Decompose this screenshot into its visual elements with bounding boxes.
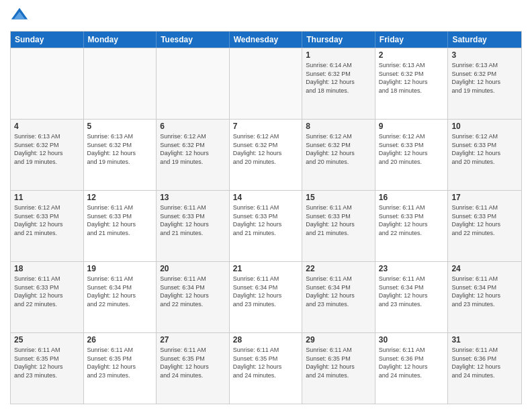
day-info: Sunrise: 6:11 AM Sunset: 6:34 PM Dayligh…: [451, 275, 518, 308]
calendar-cell: 21Sunrise: 6:11 AM Sunset: 6:34 PM Dayli…: [230, 262, 303, 332]
weekday-header-tuesday: Tuesday: [157, 32, 230, 48]
day-number: 14: [233, 193, 299, 202]
day-info: Sunrise: 6:12 AM Sunset: 6:32 PM Dayligh…: [306, 132, 371, 166]
day-info: Sunrise: 6:12 AM Sunset: 6:32 PM Dayligh…: [233, 132, 299, 166]
day-number: 20: [160, 264, 226, 273]
day-info: Sunrise: 6:11 AM Sunset: 6:35 PM Dayligh…: [306, 346, 371, 379]
day-info: Sunrise: 6:14 AM Sunset: 6:32 PM Dayligh…: [306, 61, 371, 95]
calendar-row-2: 11Sunrise: 6:12 AM Sunset: 6:33 PM Dayli…: [11, 190, 521, 261]
day-info: Sunrise: 6:13 AM Sunset: 6:32 PM Dayligh…: [379, 61, 445, 95]
day-info: Sunrise: 6:11 AM Sunset: 6:36 PM Dayligh…: [379, 346, 445, 379]
calendar-cell: 29Sunrise: 6:11 AM Sunset: 6:35 PM Dayli…: [302, 333, 375, 404]
day-number: 15: [306, 193, 371, 202]
calendar-cell: 7Sunrise: 6:12 AM Sunset: 6:32 PM Daylig…: [230, 120, 303, 190]
day-number: 3: [451, 50, 518, 60]
day-info: Sunrise: 6:11 AM Sunset: 6:36 PM Dayligh…: [451, 346, 518, 379]
day-number: 5: [87, 122, 153, 131]
day-number: 11: [14, 193, 80, 202]
day-info: Sunrise: 6:11 AM Sunset: 6:35 PM Dayligh…: [14, 346, 80, 379]
calendar-cell: 18Sunrise: 6:11 AM Sunset: 6:33 PM Dayli…: [11, 262, 84, 332]
weekday-header-wednesday: Wednesday: [230, 32, 303, 48]
calendar-cell: 30Sunrise: 6:11 AM Sunset: 6:36 PM Dayli…: [375, 333, 449, 404]
calendar-cell: 27Sunrise: 6:11 AM Sunset: 6:35 PM Dayli…: [157, 333, 230, 404]
calendar-cell: 3Sunrise: 6:13 AM Sunset: 6:32 PM Daylig…: [448, 48, 521, 119]
day-info: Sunrise: 6:11 AM Sunset: 6:33 PM Dayligh…: [306, 203, 371, 237]
day-number: 27: [160, 335, 226, 345]
day-number: 1: [306, 50, 371, 60]
day-info: Sunrise: 6:12 AM Sunset: 6:33 PM Dayligh…: [14, 203, 80, 237]
header: [10, 7, 522, 26]
logo-icon: [10, 7, 29, 26]
day-info: Sunrise: 6:11 AM Sunset: 6:34 PM Dayligh…: [379, 275, 445, 308]
day-info: Sunrise: 6:13 AM Sunset: 6:32 PM Dayligh…: [451, 61, 518, 95]
calendar-cell: 14Sunrise: 6:11 AM Sunset: 6:33 PM Dayli…: [230, 191, 303, 261]
weekday-header-friday: Friday: [375, 32, 449, 48]
calendar-cell: 17Sunrise: 6:11 AM Sunset: 6:33 PM Dayli…: [448, 191, 521, 261]
day-number: 21: [233, 264, 299, 273]
day-number: 16: [379, 193, 445, 202]
day-info: Sunrise: 6:11 AM Sunset: 6:33 PM Dayligh…: [233, 203, 299, 237]
calendar-cell: 2Sunrise: 6:13 AM Sunset: 6:32 PM Daylig…: [375, 48, 449, 119]
day-number: 18: [14, 264, 80, 273]
calendar-cell: 4Sunrise: 6:13 AM Sunset: 6:32 PM Daylig…: [11, 120, 84, 190]
calendar-cell: 28Sunrise: 6:11 AM Sunset: 6:35 PM Dayli…: [230, 333, 303, 404]
weekday-header-monday: Monday: [84, 32, 157, 48]
calendar-cell: [230, 48, 303, 119]
day-info: Sunrise: 6:11 AM Sunset: 6:35 PM Dayligh…: [87, 346, 153, 379]
day-number: 25: [14, 335, 80, 345]
calendar-cell: 6Sunrise: 6:12 AM Sunset: 6:32 PM Daylig…: [157, 120, 230, 190]
day-number: 13: [160, 193, 226, 202]
calendar-body: 1Sunrise: 6:14 AM Sunset: 6:32 PM Daylig…: [11, 48, 521, 404]
calendar: SundayMondayTuesdayWednesdayThursdayFrid…: [10, 31, 522, 404]
day-info: Sunrise: 6:12 AM Sunset: 6:33 PM Dayligh…: [451, 132, 518, 166]
day-info: Sunrise: 6:11 AM Sunset: 6:35 PM Dayligh…: [160, 346, 226, 379]
day-info: Sunrise: 6:11 AM Sunset: 6:33 PM Dayligh…: [451, 203, 518, 237]
day-number: 22: [306, 264, 371, 273]
weekday-header-sunday: Sunday: [11, 32, 84, 48]
calendar-cell: 23Sunrise: 6:11 AM Sunset: 6:34 PM Dayli…: [375, 262, 449, 332]
day-info: Sunrise: 6:11 AM Sunset: 6:34 PM Dayligh…: [233, 275, 299, 308]
calendar-cell: 31Sunrise: 6:11 AM Sunset: 6:36 PM Dayli…: [448, 333, 521, 404]
day-number: 6: [160, 122, 226, 131]
calendar-cell: 22Sunrise: 6:11 AM Sunset: 6:34 PM Dayli…: [302, 262, 375, 332]
day-number: 10: [451, 122, 518, 131]
day-info: Sunrise: 6:11 AM Sunset: 6:34 PM Dayligh…: [87, 275, 153, 308]
calendar-cell: 15Sunrise: 6:11 AM Sunset: 6:33 PM Dayli…: [302, 191, 375, 261]
calendar-cell: 25Sunrise: 6:11 AM Sunset: 6:35 PM Dayli…: [11, 333, 84, 404]
weekday-header-thursday: Thursday: [302, 32, 375, 48]
calendar-cell: 20Sunrise: 6:11 AM Sunset: 6:34 PM Dayli…: [157, 262, 230, 332]
day-number: 19: [87, 264, 153, 273]
calendar-row-1: 4Sunrise: 6:13 AM Sunset: 6:32 PM Daylig…: [11, 119, 521, 190]
calendar-cell: 11Sunrise: 6:12 AM Sunset: 6:33 PM Dayli…: [11, 191, 84, 261]
page: SundayMondayTuesdayWednesdayThursdayFrid…: [0, 0, 532, 411]
day-number: 8: [306, 122, 371, 131]
day-info: Sunrise: 6:13 AM Sunset: 6:32 PM Dayligh…: [14, 132, 80, 166]
day-info: Sunrise: 6:11 AM Sunset: 6:34 PM Dayligh…: [160, 275, 226, 308]
day-number: 23: [379, 264, 445, 273]
day-number: 29: [306, 335, 371, 345]
day-info: Sunrise: 6:12 AM Sunset: 6:33 PM Dayligh…: [379, 132, 445, 166]
day-number: 2: [379, 50, 445, 60]
day-info: Sunrise: 6:11 AM Sunset: 6:33 PM Dayligh…: [160, 203, 226, 237]
day-info: Sunrise: 6:13 AM Sunset: 6:32 PM Dayligh…: [87, 132, 153, 166]
calendar-cell: 12Sunrise: 6:11 AM Sunset: 6:33 PM Dayli…: [84, 191, 157, 261]
day-number: 26: [87, 335, 153, 345]
day-number: 9: [379, 122, 445, 131]
day-number: 30: [379, 335, 445, 345]
calendar-cell: 1Sunrise: 6:14 AM Sunset: 6:32 PM Daylig…: [302, 48, 375, 119]
calendar-row-4: 25Sunrise: 6:11 AM Sunset: 6:35 PM Dayli…: [11, 332, 521, 404]
calendar-cell: 9Sunrise: 6:12 AM Sunset: 6:33 PM Daylig…: [375, 120, 449, 190]
calendar-cell: 13Sunrise: 6:11 AM Sunset: 6:33 PM Dayli…: [157, 191, 230, 261]
calendar-header: SundayMondayTuesdayWednesdayThursdayFrid…: [11, 32, 521, 48]
calendar-row-3: 18Sunrise: 6:11 AM Sunset: 6:33 PM Dayli…: [11, 261, 521, 332]
calendar-cell: 10Sunrise: 6:12 AM Sunset: 6:33 PM Dayli…: [448, 120, 521, 190]
day-number: 31: [451, 335, 518, 345]
logo: [10, 7, 30, 26]
calendar-cell: 8Sunrise: 6:12 AM Sunset: 6:32 PM Daylig…: [302, 120, 375, 190]
day-number: 28: [233, 335, 299, 345]
day-number: 7: [233, 122, 299, 131]
calendar-cell: 24Sunrise: 6:11 AM Sunset: 6:34 PM Dayli…: [448, 262, 521, 332]
day-number: 24: [451, 264, 518, 273]
calendar-cell: [11, 48, 84, 119]
day-info: Sunrise: 6:11 AM Sunset: 6:35 PM Dayligh…: [233, 346, 299, 379]
